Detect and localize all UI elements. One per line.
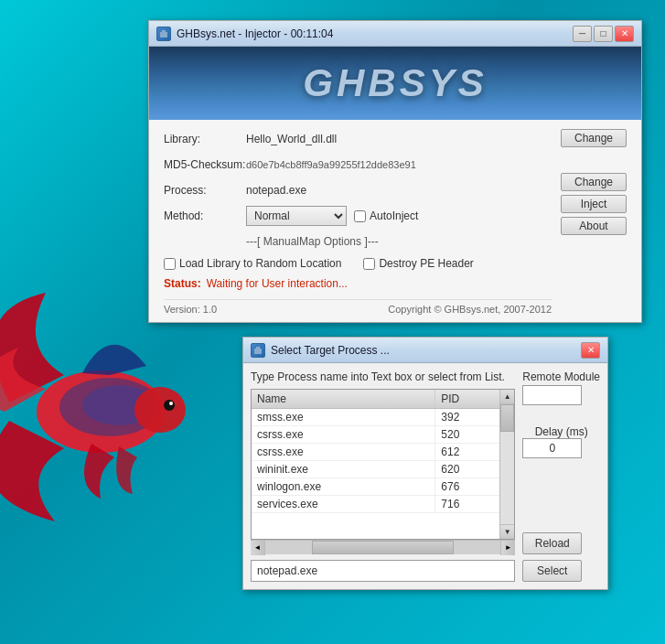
remote-module-input[interactable] — [522, 385, 582, 405]
table-row[interactable]: services.exe 716 — [252, 496, 499, 513]
inject-button[interactable]: Inject — [561, 195, 627, 213]
process-titlebar-controls: ✕ — [581, 342, 600, 359]
table-row[interactable]: csrss.exe 612 — [252, 444, 499, 461]
close-button[interactable]: ✕ — [615, 26, 634, 42]
reload-button[interactable]: Reload — [522, 532, 582, 554]
process-app-icon — [251, 343, 265, 358]
injector-button-col: Change Change Inject About — [561, 129, 627, 315]
change-proc-button[interactable]: Change — [561, 173, 627, 191]
process-titlebar-left: Select Target Process ... — [251, 343, 390, 358]
logo-area: GHBSYS — [149, 47, 641, 120]
titlebar-left: GHBsys.net - Injector - 00:11:04 — [156, 27, 333, 41]
version-row: Version: 1.0 Copyright © GHBsys.net, 200… — [164, 299, 552, 315]
autoinject-checkbox[interactable] — [354, 210, 366, 222]
process-label: Process: — [164, 184, 246, 197]
injector-title: GHBsys.net - Injector - 00:11:04 — [177, 27, 333, 40]
minimize-button[interactable]: ─ — [573, 26, 592, 42]
table-row[interactable]: smss.exe 392 — [252, 409, 499, 426]
process-right: Remote Module Delay (ms) Reload Select — [522, 370, 600, 582]
table-header: Name PID — [252, 390, 499, 409]
cell-pid-1: 520 — [435, 426, 499, 443]
process-text-input[interactable] — [251, 560, 515, 582]
autoinject-text: AutoInject — [370, 209, 418, 222]
svg-point-9 — [169, 402, 173, 405]
cell-name-1: csrss.exe — [252, 426, 435, 443]
process-buttons: Reload Select — [522, 523, 600, 582]
destroy-pe-checkbox[interactable] — [363, 258, 375, 270]
injector-window: GHBsys.net - Injector - 00:11:04 ─ □ ✕ G… — [148, 20, 642, 323]
library-label: Library: — [164, 133, 246, 145]
process-value: notepad.exe — [246, 184, 552, 197]
md5-label: MD5-Checksum: — [164, 158, 246, 171]
process-close-button[interactable]: ✕ — [581, 342, 600, 359]
h-scroll-right-arrow[interactable]: ► — [500, 541, 515, 555]
md5-value: d60e7b4cb8ff9a9a99255f12dde83e91 — [246, 159, 552, 170]
cell-name-2: csrss.exe — [252, 444, 435, 460]
manualmap-row: ---[ ManualMap Options ]--- — [164, 231, 552, 252]
vertical-scrollbar[interactable]: ▲ ▼ — [499, 390, 514, 539]
maximize-button[interactable]: □ — [594, 26, 613, 42]
process-table: Name PID smss.exe 392 csrss.exe 520 csrs… — [252, 390, 499, 539]
col-name-header: Name — [252, 390, 435, 408]
load-library-checkbox[interactable] — [164, 258, 176, 270]
process-window: Select Target Process ... ✕ Type Process… — [242, 337, 608, 590]
delay-section: Delay (ms) — [522, 418, 600, 458]
method-controls: Normal ManualMap AutoInject — [246, 206, 418, 226]
method-row: Method: Normal ManualMap AutoInject — [164, 206, 552, 226]
titlebar-controls: ─ □ ✕ — [573, 26, 634, 42]
md5-row: MD5-Checksum: d60e7b4cb8ff9a9a99255f12dd… — [164, 155, 552, 175]
method-select[interactable]: Normal ManualMap — [246, 206, 347, 226]
cell-pid-0: 392 — [435, 409, 499, 425]
library-value: Hello_World_dll.dll — [246, 133, 552, 145]
process-content: Type Process name into Text box or selec… — [243, 363, 607, 589]
destroy-pe-label[interactable]: Destroy PE Header — [363, 257, 473, 270]
form-section: Library: Hello_World_dll.dll MD5-Checksu… — [164, 129, 552, 315]
process-row: Process: notepad.exe — [164, 180, 552, 200]
app-icon — [156, 27, 171, 41]
table-row[interactable]: wininit.exe 620 — [252, 461, 499, 478]
horizontal-scrollbar[interactable]: ◄ ► — [251, 540, 515, 554]
status-value: Waiting for User interaction... — [207, 277, 348, 290]
cell-name-5: services.exe — [252, 496, 435, 512]
autoinject-label[interactable]: AutoInject — [354, 209, 418, 222]
scroll-down-arrow[interactable]: ▼ — [500, 524, 514, 539]
scroll-up-arrow[interactable]: ▲ — [500, 390, 514, 404]
svg-rect-1 — [162, 30, 166, 33]
injector-titlebar: GHBsys.net - Injector - 00:11:04 ─ □ ✕ — [149, 21, 641, 47]
status-row: Status: Waiting for User interaction... — [164, 274, 552, 294]
delay-label: Delay (ms) — [522, 425, 600, 438]
copyright-text: Copyright © GHBsys.net, 2007-2012 — [388, 304, 552, 315]
destroy-pe-text: Destroy PE Header — [379, 257, 473, 270]
process-left: Type Process name into Text box or selec… — [251, 370, 515, 582]
table-row[interactable]: csrss.exe 520 — [252, 426, 499, 444]
col-pid-header: PID — [435, 390, 499, 408]
load-library-text: Load Library to Random Location — [179, 257, 341, 270]
process-description: Type Process name into Text box or selec… — [251, 370, 515, 383]
cell-name-3: wininit.exe — [252, 461, 435, 478]
process-title: Select Target Process ... — [271, 344, 390, 357]
h-scroll-left-arrow[interactable]: ◄ — [251, 541, 265, 555]
process-titlebar: Select Target Process ... ✕ — [243, 338, 607, 363]
h-scroll-track[interactable] — [265, 541, 500, 554]
status-label: Status: — [164, 277, 201, 290]
svg-rect-3 — [256, 347, 260, 349]
method-label: Method: — [164, 209, 246, 222]
load-library-label[interactable]: Load Library to Random Location — [164, 257, 341, 270]
scroll-track[interactable] — [500, 404, 514, 524]
cell-name-4: winlogon.exe — [252, 478, 435, 495]
library-row: Library: Hello_World_dll.dll — [164, 129, 552, 149]
select-button[interactable]: Select — [522, 560, 582, 582]
about-button[interactable]: About — [561, 217, 627, 235]
scroll-thumb[interactable] — [500, 404, 514, 432]
version-text: Version: 1.0 — [164, 304, 217, 315]
svg-point-7 — [134, 387, 186, 433]
remote-module-section: Remote Module — [522, 370, 600, 405]
window-content: GHBSYS Library: Hello_World_dll.dll MD5-… — [149, 47, 641, 322]
cell-pid-2: 612 — [435, 444, 499, 460]
table-row[interactable]: winlogon.exe 676 — [252, 478, 499, 496]
process-table-container: Name PID smss.exe 392 csrss.exe 520 csrs… — [251, 389, 515, 540]
cell-name-0: smss.exe — [252, 409, 435, 425]
delay-input[interactable] — [522, 438, 582, 458]
change-lib-button[interactable]: Change — [561, 129, 627, 147]
h-scroll-thumb[interactable] — [312, 541, 453, 554]
